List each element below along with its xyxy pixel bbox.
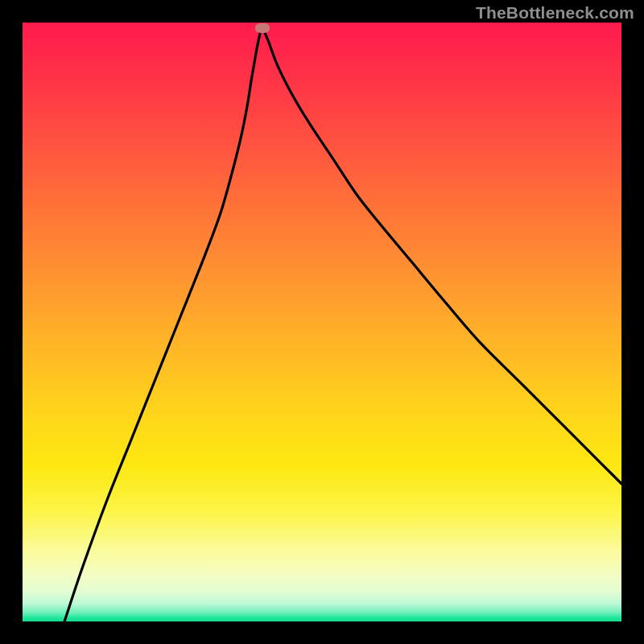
bottleneck-curve xyxy=(64,28,621,621)
watermark-text: TheBottleneck.com xyxy=(476,3,634,23)
optimal-point-marker xyxy=(255,23,270,33)
plot-area xyxy=(23,23,621,621)
curve-svg xyxy=(23,23,621,621)
chart-frame: TheBottleneck.com xyxy=(0,0,644,644)
